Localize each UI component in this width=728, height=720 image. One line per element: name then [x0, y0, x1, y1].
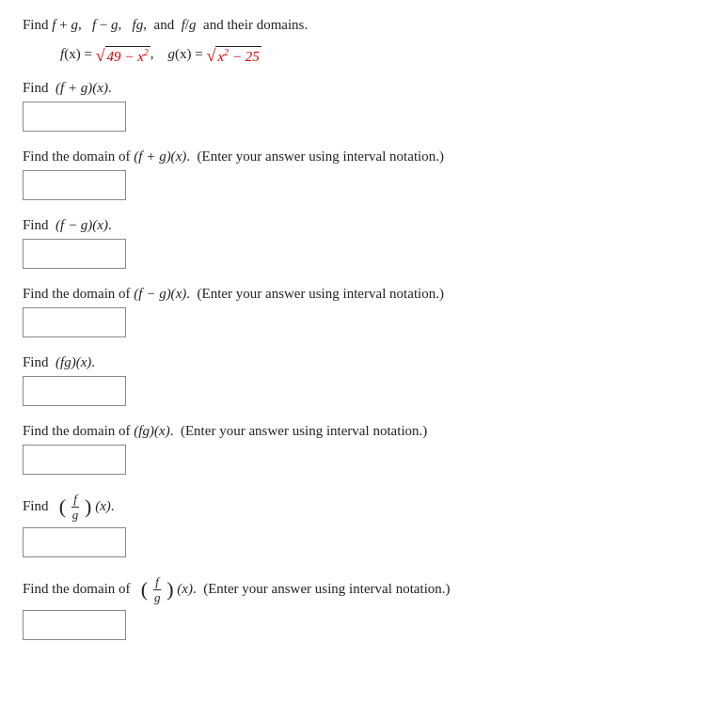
section-domain-f-minus-g: Find the domain of (f − g)(x). (Enter yo… — [23, 286, 705, 337]
label-domain-f-minus-g: Find the domain of (f − g)(x). (Enter yo… — [23, 286, 705, 302]
label-find-f-plus-g: Find (f + g)(x). — [23, 80, 705, 96]
section-find-f-plus-g: Find (f + g)(x). — [23, 80, 705, 132]
label-domain-fg: Find the domain of (fg)(x). (Enter your … — [23, 423, 705, 439]
gx-label: g — [168, 46, 176, 61]
input-domain-f-minus-g[interactable] — [23, 307, 126, 337]
input-domain-f-plus-g[interactable] — [23, 170, 126, 200]
section-find-f-over-g: Find ( f g ) (x). — [23, 492, 705, 557]
label-find-fg: Find (fg)(x). — [23, 354, 705, 370]
input-f-over-g[interactable] — [23, 527, 126, 557]
gx-eq: (x) = — [175, 46, 203, 61]
section-domain-f-over-g: Find the domain of ( f g ) (x). (Enter y… — [23, 574, 705, 640]
section-find-f-minus-g: Find (f − g)(x). — [23, 217, 705, 269]
gx-sqrt: √ x2 − 25 — [207, 46, 261, 65]
label-domain-f-over-g: Find the domain of ( f g ) (x). (Enter y… — [23, 574, 705, 604]
section-domain-f-plus-g: Find the domain of (f + g)(x). (Enter yo… — [23, 149, 705, 200]
functions-definition: f(x) = √ 49 − x2 , g(x) = √ x2 − 25 — [60, 46, 705, 65]
section-domain-fg: Find the domain of (fg)(x). (Enter your … — [23, 423, 705, 475]
section-find-fg: Find (fg)(x). — [23, 354, 705, 406]
header-text: Find f + g, f − g, fg, and f/g and their… — [23, 17, 308, 32]
label-find-f-minus-g: Find (f − g)(x). — [23, 217, 705, 233]
fx-eq: (x) = — [64, 46, 92, 61]
problem-header: Find f + g, f − g, fg, and f/g and their… — [23, 17, 705, 33]
input-domain-fg[interactable] — [23, 445, 126, 475]
input-domain-f-over-g[interactable] — [23, 610, 126, 640]
input-fg[interactable] — [23, 376, 126, 406]
input-f-plus-g[interactable] — [23, 102, 126, 132]
label-domain-f-plus-g: Find the domain of (f + g)(x). (Enter yo… — [23, 149, 705, 164]
fx-sqrt: √ 49 − x2 — [96, 46, 150, 65]
input-f-minus-g[interactable] — [23, 239, 126, 269]
label-find-f-over-g: Find ( f g ) (x). — [23, 492, 705, 522]
